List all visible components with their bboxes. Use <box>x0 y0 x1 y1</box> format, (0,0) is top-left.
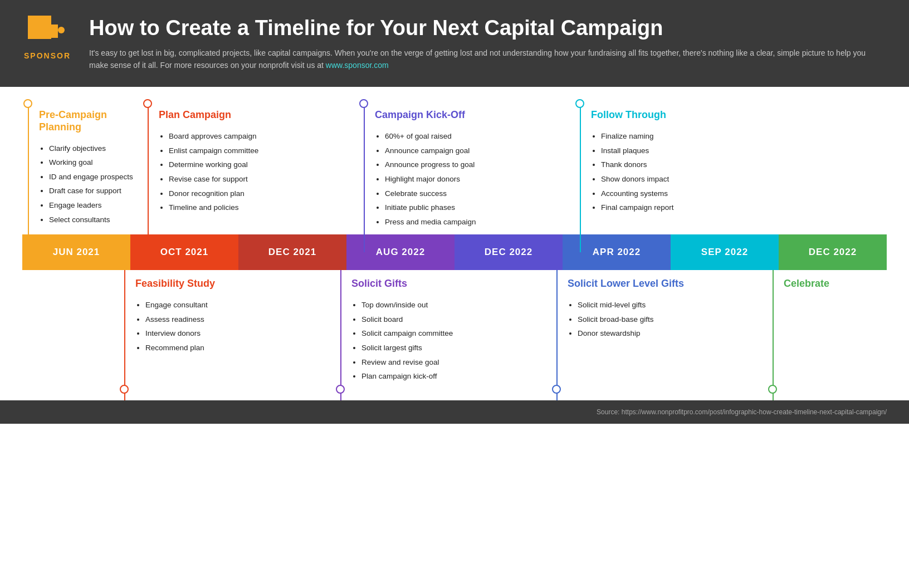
list-item: Donor stewardship <box>578 326 760 341</box>
circle-solicit-lower-bottom <box>552 385 561 394</box>
section-campaign-kickoff: Campaign Kick-Off 60%+ of goal raised An… <box>358 104 574 234</box>
list-item: Assess readiness <box>145 312 328 327</box>
footer: Source: https://www.nonprofitpro.com/pos… <box>0 400 909 424</box>
items-pre-campaign: Clarify objectives Working goal ID and e… <box>39 141 135 227</box>
section-follow-through: Follow Through Finalize naming Install p… <box>574 104 887 234</box>
list-item: Install plaques <box>601 144 880 158</box>
list-item: Plan campaign kick-off <box>361 369 544 384</box>
date-dec-2022-1: DEC 2022 <box>454 234 563 270</box>
list-item: Review and revise goal <box>361 355 544 370</box>
line-solicit-gifts <box>340 270 341 400</box>
list-item: Engage consultant <box>145 298 328 312</box>
date-dec-2021: DEC 2021 <box>238 234 346 270</box>
section-feasibility: Feasibility Study Engage consultant Asse… <box>119 270 335 389</box>
list-item: Select consultants <box>49 213 135 227</box>
title-kickoff: Campaign Kick-Off <box>375 109 568 121</box>
line-pre-campaign <box>28 104 29 252</box>
list-item: Determine working goal <box>169 158 351 172</box>
title-solicit-lower: Solicit Lower Level Gifts <box>568 278 760 290</box>
title-solicit-gifts: Solicit Gifts <box>351 278 544 290</box>
title-celebrate: Celebrate <box>784 278 880 290</box>
list-item: Solicit campaign committee <box>361 326 544 341</box>
line-follow-through <box>580 104 581 252</box>
date-oct-2021: OCT 2021 <box>130 234 238 270</box>
items-follow-through: Finalize naming Install plaques Thank do… <box>591 129 880 215</box>
list-item: Initiate public phases <box>385 200 568 215</box>
list-item: Final campaign report <box>601 200 880 215</box>
title-follow-through: Follow Through <box>591 109 880 121</box>
section-solicit-lower: Solicit Lower Level Gifts Solicit mid-le… <box>551 270 767 389</box>
list-item: Celebrate success <box>385 187 568 201</box>
logo-icon <box>28 16 67 49</box>
list-item: Finalize naming <box>601 129 880 144</box>
list-item: Highlight major donors <box>385 172 568 187</box>
list-item: Solicit mid-level gifts <box>578 298 760 312</box>
circle-kickoff-top <box>359 99 368 108</box>
list-item: Thank donors <box>601 158 880 172</box>
list-item: Accounting systems <box>601 187 880 201</box>
list-item: Solicit broad-base gifts <box>578 312 760 327</box>
header: SPONSOR How to Create a Timeline for You… <box>0 0 909 87</box>
footer-source: Source: https://www.nonprofitpro.com/pos… <box>22 408 887 416</box>
logo: SPONSOR <box>22 16 72 60</box>
list-item: Press and media campaign <box>385 215 568 229</box>
list-item: Donor recognition plan <box>169 187 351 201</box>
list-item: Announce progress to goal <box>385 158 568 172</box>
list-item: Board approves campaign <box>169 129 351 144</box>
date-dec-2022-2: DEC 2022 <box>779 234 887 270</box>
circle-follow-through-top <box>575 99 584 108</box>
empty-col-1 <box>22 270 119 389</box>
list-item: Recommend plan <box>145 341 328 355</box>
list-item: Clarify objectives <box>49 141 135 156</box>
list-item: Engage leaders <box>49 198 135 213</box>
line-plan-campaign <box>148 104 149 252</box>
bottom-sections: Feasibility Study Engage consultant Asse… <box>22 270 887 389</box>
circle-plan-campaign-top <box>143 99 152 108</box>
line-feasibility <box>124 270 125 400</box>
list-item: Working goal <box>49 155 135 170</box>
items-kickoff: 60%+ of goal raised Announce campaign go… <box>375 129 568 229</box>
circle-feasibility-bottom <box>120 385 129 394</box>
list-item: Solicit largest gifts <box>361 341 544 355</box>
section-celebrate: Celebrate <box>767 270 887 389</box>
timeline-wrapper: Pre-Campaign Planning Clarify objectives… <box>22 104 887 389</box>
circle-solicit-gifts-bottom <box>336 385 345 394</box>
date-jun-2021: JUN 2021 <box>22 234 130 270</box>
timeline-bar: JUN 2021 OCT 2021 DEC 2021 AUG 2022 DEC … <box>22 234 887 270</box>
header-desc: It's easy to get lost in big, complicate… <box>89 47 887 72</box>
list-item: ID and engage prospects <box>49 170 135 184</box>
section-solicit-gifts: Solicit Gifts Top down/inside out Solici… <box>335 270 551 389</box>
items-plan-campaign: Board approves campaign Enlist campaign … <box>159 129 351 215</box>
line-solicit-lower <box>556 270 558 400</box>
title-feasibility: Feasibility Study <box>135 278 328 290</box>
logo-text: SPONSOR <box>24 51 71 60</box>
section-plan-campaign: Plan Campaign Board approves campaign En… <box>142 104 358 234</box>
list-item: Revise case for support <box>169 172 351 187</box>
line-celebrate <box>773 270 774 400</box>
top-sections: Pre-Campaign Planning Clarify objectives… <box>22 104 887 234</box>
list-item: Top down/inside out <box>361 298 544 312</box>
header-content: How to Create a Timeline for Your Next C… <box>89 16 887 71</box>
title-pre-campaign: Pre-Campaign Planning <box>39 109 135 133</box>
items-feasibility: Engage consultant Assess readiness Inter… <box>135 298 328 355</box>
list-item: Interview donors <box>145 326 328 341</box>
date-apr-2022: APR 2022 <box>563 234 671 270</box>
list-item: Show donors impact <box>601 172 880 187</box>
items-solicit-gifts: Top down/inside out Solicit board Solici… <box>351 298 544 384</box>
circle-pre-campaign-top <box>23 99 32 108</box>
list-item: Enlist campaign committee <box>169 144 351 158</box>
list-item: Timeline and policies <box>169 200 351 215</box>
header-link[interactable]: www.sponsor.com <box>326 61 389 70</box>
circle-celebrate-bottom <box>768 385 777 394</box>
section-pre-campaign: Pre-Campaign Planning Clarify objectives… <box>22 104 142 234</box>
date-sep-2022: SEP 2022 <box>671 234 779 270</box>
title-plan-campaign: Plan Campaign <box>159 109 351 121</box>
date-aug-2022: AUG 2022 <box>346 234 454 270</box>
items-solicit-lower: Solicit mid-level gifts Solicit broad-ba… <box>568 298 760 341</box>
list-item: Announce campaign goal <box>385 144 568 158</box>
main-content: Pre-Campaign Planning Clarify objectives… <box>0 87 909 400</box>
header-desc-text: It's easy to get lost in big, complicate… <box>89 48 866 70</box>
list-item: Solicit board <box>361 312 544 327</box>
list-item: Draft case for support <box>49 184 135 198</box>
header-title: How to Create a Timeline for Your Next C… <box>89 16 887 41</box>
